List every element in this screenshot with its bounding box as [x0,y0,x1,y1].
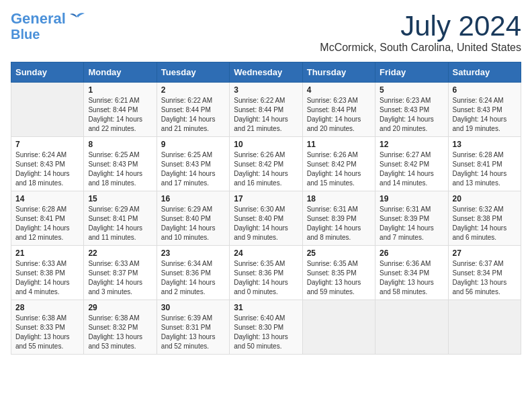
table-row: 4 Sunrise: 6:23 AMSunset: 8:44 PMDayligh… [302,83,375,137]
table-row: 20 Sunrise: 6:32 AMSunset: 8:38 PMDaylig… [448,191,521,246]
table-row: 23 Sunrise: 6:34 AMSunset: 8:36 PMDaylig… [157,246,229,300]
table-row: 11 Sunrise: 6:26 AMSunset: 8:42 PMDaylig… [302,137,375,191]
table-row [302,300,375,355]
day-info: Sunrise: 6:26 AMSunset: 8:42 PMDaylight:… [307,151,361,187]
day-info: Sunrise: 6:22 AMSunset: 8:44 PMDaylight:… [161,97,216,132]
day-number: 26 [380,248,443,258]
day-info: Sunrise: 6:24 AMSunset: 8:43 PMDaylight:… [15,151,70,187]
table-row: 17 Sunrise: 6:30 AMSunset: 8:40 PMDaylig… [230,191,302,246]
day-number: 2 [161,85,225,95]
table-row: 28 Sunrise: 6:38 AMSunset: 8:33 PMDaylig… [11,300,84,355]
header-saturday: Saturday [448,62,521,83]
calendar-week-row: 14 Sunrise: 6:28 AMSunset: 8:41 PMDaylig… [11,191,521,246]
day-number: 6 [453,85,517,95]
day-info: Sunrise: 6:28 AMSunset: 8:41 PMDaylight:… [15,205,70,241]
calendar-week-row: 28 Sunrise: 6:38 AMSunset: 8:33 PMDaylig… [11,300,521,355]
weekday-header-row: Sunday Monday Tuesday Wednesday Thursday… [11,62,521,83]
day-info: Sunrise: 6:31 AMSunset: 8:39 PMDaylight:… [307,205,361,241]
day-number: 21 [15,248,79,258]
table-row: 25 Sunrise: 6:35 AMSunset: 8:35 PMDaylig… [302,246,375,300]
day-number: 28 [15,303,79,312]
day-info: Sunrise: 6:25 AMSunset: 8:43 PMDaylight:… [161,151,216,187]
location-title: McCormick, South Carolina, United States [320,42,521,54]
table-row: 29 Sunrise: 6:38 AMSunset: 8:32 PMDaylig… [84,300,157,355]
day-info: Sunrise: 6:22 AMSunset: 8:44 PMDaylight:… [234,97,288,132]
day-number: 8 [88,140,152,149]
logo-general: General [11,10,66,27]
logo-blue: Blue [11,27,40,42]
day-number: 16 [161,194,225,203]
table-row: 21 Sunrise: 6:33 AMSunset: 8:38 PMDaylig… [11,246,84,300]
day-info: Sunrise: 6:38 AMSunset: 8:32 PMDaylight:… [88,314,142,350]
day-number: 29 [88,303,152,312]
table-row: 19 Sunrise: 6:31 AMSunset: 8:39 PMDaylig… [375,191,448,246]
day-number: 10 [234,140,298,149]
bird-icon [67,11,86,24]
day-info: Sunrise: 6:24 AMSunset: 8:43 PMDaylight:… [453,97,507,132]
table-row: 31 Sunrise: 6:40 AMSunset: 8:30 PMDaylig… [230,300,302,355]
day-number: 30 [161,303,225,312]
day-info: Sunrise: 6:29 AMSunset: 8:41 PMDaylight:… [88,205,142,241]
table-row: 16 Sunrise: 6:29 AMSunset: 8:40 PMDaylig… [157,191,229,246]
table-row: 26 Sunrise: 6:36 AMSunset: 8:34 PMDaylig… [375,246,448,300]
day-info: Sunrise: 6:26 AMSunset: 8:42 PMDaylight:… [234,151,288,187]
day-info: Sunrise: 6:31 AMSunset: 8:39 PMDaylight:… [380,205,434,241]
day-info: Sunrise: 6:21 AMSunset: 8:44 PMDaylight:… [88,97,142,132]
calendar-week-row: 1 Sunrise: 6:21 AMSunset: 8:44 PMDayligh… [11,83,521,137]
day-number: 22 [88,248,152,258]
day-number: 13 [453,140,517,149]
day-number: 25 [307,248,371,258]
table-row: 27 Sunrise: 6:37 AMSunset: 8:34 PMDaylig… [448,246,521,300]
day-info: Sunrise: 6:40 AMSunset: 8:30 PMDaylight:… [234,314,288,350]
day-number: 27 [453,248,517,258]
day-number: 19 [380,194,443,203]
day-info: Sunrise: 6:32 AMSunset: 8:38 PMDaylight:… [453,205,507,241]
header-tuesday: Tuesday [157,62,229,83]
day-info: Sunrise: 6:38 AMSunset: 8:33 PMDaylight:… [15,314,70,350]
day-number: 20 [453,194,517,203]
day-number: 18 [307,194,371,203]
day-info: Sunrise: 6:36 AMSunset: 8:34 PMDaylight:… [380,260,434,295]
day-info: Sunrise: 6:35 AMSunset: 8:36 PMDaylight:… [234,260,288,295]
calendar-table: Sunday Monday Tuesday Wednesday Thursday… [11,62,521,355]
day-info: Sunrise: 6:27 AMSunset: 8:42 PMDaylight:… [380,151,434,187]
day-number: 31 [234,303,298,312]
day-number: 4 [307,85,371,95]
table-row: 3 Sunrise: 6:22 AMSunset: 8:44 PMDayligh… [230,83,302,137]
day-number: 17 [234,194,298,203]
day-info: Sunrise: 6:25 AMSunset: 8:43 PMDaylight:… [88,151,142,187]
table-row [11,83,84,137]
table-row [375,300,448,355]
day-info: Sunrise: 6:35 AMSunset: 8:35 PMDaylight:… [307,260,361,295]
header-sunday: Sunday [11,62,84,83]
day-number: 9 [161,140,225,149]
table-row: 30 Sunrise: 6:39 AMSunset: 8:31 PMDaylig… [157,300,229,355]
title-area: July 2024 McCormick, South Carolina, Uni… [320,11,521,54]
table-row: 7 Sunrise: 6:24 AMSunset: 8:43 PMDayligh… [11,137,84,191]
day-number: 1 [88,85,152,95]
day-number: 24 [234,248,298,258]
day-info: Sunrise: 6:28 AMSunset: 8:41 PMDaylight:… [453,151,507,187]
day-info: Sunrise: 6:29 AMSunset: 8:40 PMDaylight:… [161,205,216,241]
day-number: 15 [88,194,152,203]
table-row: 9 Sunrise: 6:25 AMSunset: 8:43 PMDayligh… [157,137,229,191]
table-row: 1 Sunrise: 6:21 AMSunset: 8:44 PMDayligh… [84,83,157,137]
header-monday: Monday [84,62,157,83]
table-row: 10 Sunrise: 6:26 AMSunset: 8:42 PMDaylig… [230,137,302,191]
day-info: Sunrise: 6:33 AMSunset: 8:37 PMDaylight:… [88,260,142,295]
calendar-week-row: 7 Sunrise: 6:24 AMSunset: 8:43 PMDayligh… [11,137,521,191]
table-row: 18 Sunrise: 6:31 AMSunset: 8:39 PMDaylig… [302,191,375,246]
month-title: July 2024 [320,11,521,42]
table-row: 15 Sunrise: 6:29 AMSunset: 8:41 PMDaylig… [84,191,157,246]
logo-text: General [11,11,66,27]
day-number: 12 [380,140,443,149]
header-friday: Friday [375,62,448,83]
table-row: 13 Sunrise: 6:28 AMSunset: 8:41 PMDaylig… [448,137,521,191]
logo: General Blue [11,11,86,42]
day-info: Sunrise: 6:37 AMSunset: 8:34 PMDaylight:… [453,260,507,295]
header-wednesday: Wednesday [230,62,302,83]
day-info: Sunrise: 6:39 AMSunset: 8:31 PMDaylight:… [161,314,216,350]
table-row [448,300,521,355]
day-number: 11 [307,140,371,149]
table-row: 8 Sunrise: 6:25 AMSunset: 8:43 PMDayligh… [84,137,157,191]
